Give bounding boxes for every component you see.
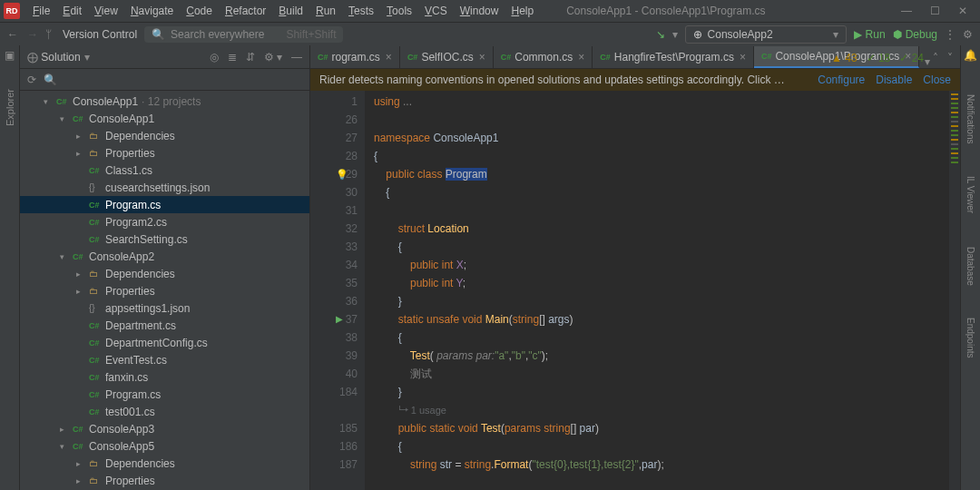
expand-icon[interactable]: ≣ [228,51,237,64]
code-editor[interactable]: 126272829💡3031323334353637▶3839401841851… [310,91,960,490]
target-icon[interactable]: ◎ [210,51,219,64]
gutter[interactable]: 126272829💡3031323334353637▶3839401841851… [310,91,365,490]
database-tool[interactable]: Database [965,247,975,286]
tree-item[interactable]: ▸🗀Properties [20,282,309,299]
tree-item[interactable]: Department.cs [20,317,309,334]
search-everywhere[interactable]: 🔍 Search everywhere Shift+Shift [144,26,343,43]
notifications-tool[interactable]: Notifications [965,94,975,143]
menu-refactor[interactable]: Refactor [225,5,266,17]
close-tab-icon[interactable]: × [578,51,584,64]
solution-search: ⟳ 🔍 [20,69,309,91]
editor-tab[interactable]: SelfIOC.cs× [400,46,494,68]
banner-close[interactable]: Close [923,74,951,86]
ilviewer-tool[interactable]: IL Viewer [965,176,975,213]
ok-count: ✓ 18 [867,52,891,64]
tree-item[interactable]: ▸🗀Properties [20,472,309,489]
nav-fwd-icon[interactable]: → [27,28,38,41]
inspection-stats[interactable]: ▲ 43 ✓ 18 ✓ 24 ˄ ˅ [831,47,953,69]
tree-item[interactable]: EventTest.cs [20,351,309,368]
bell-icon[interactable]: 🔔 [964,49,977,62]
run-button[interactable]: ▶ Run [854,28,886,41]
tree-item[interactable]: ▾ConsoleApp1 · 12 projects [20,93,309,110]
close-icon[interactable]: ✕ [958,5,967,17]
tree-item[interactable]: test001.cs [20,403,309,420]
menu-code[interactable]: Code [186,5,212,17]
close-tab-icon[interactable]: × [386,51,392,64]
lightbulb-icon[interactable]: 💡 [336,165,348,183]
tree-item[interactable]: ▾ConsoleApp5 [20,437,309,455]
menu-navigate[interactable]: Navigate [131,5,173,17]
tree-item[interactable]: Program.cs [20,386,309,403]
banner-configure[interactable]: Configure [818,74,865,86]
menu-window[interactable]: Window [460,5,499,17]
minimize-icon[interactable]: — [901,5,912,17]
debug-button[interactable]: ⬢ Debug [893,28,937,41]
tree-item[interactable]: fanxin.cs [20,368,309,386]
gear-icon[interactable]: ⚙ ▾ [264,51,282,64]
solution-tree[interactable]: ▾ConsoleApp1 · 12 projects▾ConsoleApp1▸🗀… [20,91,309,490]
csharp-icon [600,53,611,62]
tree-item[interactable]: DepartmentConfig.cs [20,334,309,351]
more-icon[interactable]: ⋮ [945,28,956,41]
tree-item[interactable]: ▾ConsoleApp2 [20,248,309,265]
tree-item[interactable]: Class1.cs [20,162,309,179]
nav-back-icon[interactable]: ← [7,28,18,41]
version-control-label[interactable]: Version Control [63,28,137,41]
search-placeholder: Search everywhere [171,28,264,41]
menu-run[interactable]: Run [316,5,336,17]
close-tab-icon[interactable]: × [479,51,485,64]
tree-item[interactable]: ▸🗀Dependencies [20,265,309,282]
explorer-tool[interactable]: Explorer [5,89,15,126]
menu-build[interactable]: Build [279,5,303,17]
app-logo: RD [4,3,20,19]
tree-item[interactable]: Program.cs [20,196,309,213]
tree-item[interactable]: ▸🗀Dependencies [20,455,309,472]
csharp-icon [318,53,328,62]
solution-header: Solution ▾ ◎ ≣ ⇵ ⚙ ▾ — [20,45,309,69]
banner-disable[interactable]: Disable [876,74,912,86]
endpoints-tool[interactable]: Endpoints [965,318,975,358]
vcs-branch-icon[interactable]: ᛘ [45,28,52,41]
typo-count: ✓ 24 [899,52,924,64]
chevron-down-icon[interactable]: ˅ [947,52,953,64]
editor-tab[interactable]: HangfireTest\Program.cs× [593,46,754,68]
run-gutter-icon[interactable]: ▶ [336,310,343,328]
tree-item[interactable]: ▸🗀Properties [20,144,309,162]
tree-item[interactable]: {}cusearchsettings.json [20,179,309,196]
menu-tools[interactable]: Tools [387,5,412,17]
source[interactable]: using ...namespace ConsoleApp1{ public c… [365,91,949,490]
folder-icon[interactable]: ▣ [5,49,15,62]
tree-item[interactable]: Program2.cs [20,213,309,230]
chevron-up-icon[interactable]: ˄ [933,52,938,64]
tree-item[interactable]: ▾ConsoleApp1 [20,110,309,127]
sync-icon[interactable]: ⟳ [27,74,36,86]
tree-item[interactable]: {}appsettings1.json [20,299,309,317]
search-icon: 🔍 [152,28,165,41]
run-config-select[interactable]: ⊕ ConsoleApp2 ▾ [685,25,847,44]
editor-tab[interactable]: Common.cs× [494,46,593,68]
window-title: ConsoleApp1 - ConsoleApp1\Program.cs [534,5,901,17]
settings-icon[interactable]: ⚙ [963,28,973,41]
collapse-icon[interactable]: ⇵ [246,51,255,64]
hide-icon[interactable]: — [291,51,302,64]
menu-vcs[interactable]: VCS [425,5,447,17]
menu-view[interactable]: View [94,5,118,17]
tree-item[interactable]: ▸ConsoleApp3 [20,420,309,437]
close-tab-icon[interactable]: × [740,51,746,64]
menu-edit[interactable]: Edit [63,5,82,17]
tree-item[interactable]: SearchSetting.cs [20,230,309,248]
titlebar: RD FileEditViewNavigateCodeRefactorBuild… [0,0,980,22]
editor-tab[interactable]: rogram.cs× [310,46,400,68]
tree-item[interactable]: ▸🗀Dependencies [20,127,309,144]
menu-tests[interactable]: Tests [348,5,374,17]
hammer-icon[interactable]: ↘ [656,28,665,41]
notification-banner: Rider detects naming conventions in open… [310,69,960,91]
csharp-icon [761,52,772,61]
menu-help[interactable]: Help [511,5,534,17]
csharp-icon [407,53,418,62]
menu-file[interactable]: File [33,5,50,17]
main-menu: FileEditViewNavigateCodeRefactorBuildRun… [33,5,534,17]
search-icon[interactable]: 🔍 [44,74,57,86]
marker-bar[interactable] [949,91,960,490]
maximize-icon[interactable]: ☐ [930,5,940,17]
